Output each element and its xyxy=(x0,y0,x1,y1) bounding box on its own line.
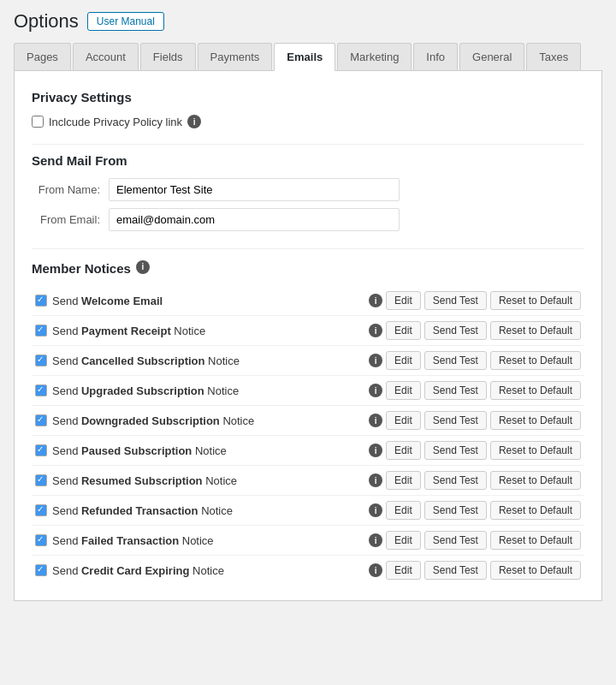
notice-checkbox-1[interactable] xyxy=(35,325,47,337)
notice-checkbox-3[interactable] xyxy=(35,384,47,396)
notice-text-4: Send Downgraded Subscription Notice xyxy=(52,414,369,427)
notice-actions-9: i Edit Send Test Reset to Default xyxy=(369,561,581,580)
notice-info-icon-5[interactable]: i xyxy=(369,444,382,457)
notice-send-test-btn-4[interactable]: Send Test xyxy=(424,411,487,430)
notice-actions-5: i Edit Send Test Reset to Default xyxy=(369,441,581,460)
from-name-input[interactable] xyxy=(109,178,400,201)
notice-edit-btn-1[interactable]: Edit xyxy=(386,321,421,340)
notice-edit-btn-0[interactable]: Edit xyxy=(386,291,421,310)
from-email-input[interactable] xyxy=(109,208,400,231)
notice-text-1: Send Payment Receipt Notice xyxy=(52,325,369,337)
notice-edit-btn-3[interactable]: Edit xyxy=(386,381,421,400)
notice-reset-btn-8[interactable]: Reset to Default xyxy=(490,531,581,550)
tab-fields[interactable]: Fields xyxy=(140,43,196,70)
user-manual-button[interactable]: User Manual xyxy=(87,12,164,31)
notice-row: Send Paused Subscription Notice i Edit S… xyxy=(32,436,584,466)
notice-checkbox-6[interactable] xyxy=(35,474,47,486)
notice-text-6: Send Resumed Subscription Notice xyxy=(52,474,369,487)
from-email-row: From Email: xyxy=(32,208,584,231)
notice-info-icon-6[interactable]: i xyxy=(369,474,382,487)
notice-reset-btn-4[interactable]: Reset to Default xyxy=(490,411,581,430)
notice-info-icon-2[interactable]: i xyxy=(369,354,382,367)
tab-emails[interactable]: Emails xyxy=(274,43,335,71)
notice-reset-btn-2[interactable]: Reset to Default xyxy=(490,351,581,370)
notice-text-0: Send Welcome Email xyxy=(52,295,369,307)
notice-row: Send Welcome Email i Edit Send Test Rese… xyxy=(32,286,584,316)
notice-row: Send Resumed Subscription Notice i Edit … xyxy=(32,466,584,496)
tab-marketing[interactable]: Marketing xyxy=(337,43,412,70)
notice-send-test-btn-3[interactable]: Send Test xyxy=(424,381,487,400)
notice-reset-btn-5[interactable]: Reset to Default xyxy=(490,441,581,460)
member-notices-title: Member Notices xyxy=(32,261,131,276)
notice-edit-btn-5[interactable]: Edit xyxy=(386,441,421,460)
privacy-policy-checkbox[interactable] xyxy=(32,116,44,128)
notice-text-5: Send Paused Subscription Notice xyxy=(52,444,369,457)
notice-info-icon-8[interactable]: i xyxy=(369,533,382,547)
privacy-policy-label: Inclcude Privacy Policy link xyxy=(49,116,182,128)
notice-send-test-btn-5[interactable]: Send Test xyxy=(424,441,487,460)
notice-send-test-btn-0[interactable]: Send Test xyxy=(424,291,487,310)
from-email-label: From Email: xyxy=(32,213,109,226)
page-wrapper: Options User Manual Pages Account Fields… xyxy=(0,0,616,611)
notice-checkbox-9[interactable] xyxy=(35,564,47,576)
notice-actions-7: i Edit Send Test Reset to Default xyxy=(369,501,581,520)
notice-checkbox-7[interactable] xyxy=(35,504,47,516)
page-header: Options User Manual xyxy=(14,10,602,33)
notice-checkbox-2[interactable] xyxy=(35,354,47,366)
notice-row: Send Downgraded Subscription Notice i Ed… xyxy=(32,406,584,436)
notice-actions-6: i Edit Send Test Reset to Default xyxy=(369,471,581,490)
notice-reset-btn-7[interactable]: Reset to Default xyxy=(490,501,581,520)
tab-pages[interactable]: Pages xyxy=(14,43,71,70)
notice-edit-btn-8[interactable]: Edit xyxy=(386,531,421,550)
notice-text-8: Send Failed Transaction Notice xyxy=(52,534,369,547)
tab-info[interactable]: Info xyxy=(413,43,458,70)
notice-text-3: Send Upgraded Subscription Notice xyxy=(52,384,369,397)
member-notices-info-icon[interactable]: i xyxy=(136,260,150,274)
notice-reset-btn-6[interactable]: Reset to Default xyxy=(490,471,581,490)
notice-edit-btn-7[interactable]: Edit xyxy=(386,501,421,520)
notice-info-icon-7[interactable]: i xyxy=(369,503,382,517)
content-area: Privacy Settings Inclcude Privacy Policy… xyxy=(14,71,602,601)
notice-actions-0: i Edit Send Test Reset to Default xyxy=(369,291,581,310)
notice-info-icon-0[interactable]: i xyxy=(369,294,382,307)
notice-edit-btn-2[interactable]: Edit xyxy=(386,351,421,370)
tab-account[interactable]: Account xyxy=(73,43,139,70)
notice-reset-btn-0[interactable]: Reset to Default xyxy=(490,291,581,310)
notice-actions-8: i Edit Send Test Reset to Default xyxy=(369,531,581,550)
notice-send-test-btn-7[interactable]: Send Test xyxy=(424,501,487,520)
notice-reset-btn-9[interactable]: Reset to Default xyxy=(490,561,581,580)
notice-info-icon-9[interactable]: i xyxy=(369,563,382,577)
notice-send-test-btn-1[interactable]: Send Test xyxy=(424,321,487,340)
tab-taxes[interactable]: Taxes xyxy=(526,43,581,70)
tab-payments[interactable]: Payments xyxy=(198,43,273,70)
notice-edit-btn-4[interactable]: Edit xyxy=(386,411,421,430)
notice-actions-1: i Edit Send Test Reset to Default xyxy=(369,321,581,340)
notice-row: Send Upgraded Subscription Notice i Edit… xyxy=(32,376,584,406)
notice-reset-btn-3[interactable]: Reset to Default xyxy=(490,381,581,400)
notice-send-test-btn-2[interactable]: Send Test xyxy=(424,351,487,370)
notice-edit-btn-9[interactable]: Edit xyxy=(386,561,421,580)
notice-checkbox-0[interactable] xyxy=(35,295,47,307)
notice-actions-4: i Edit Send Test Reset to Default xyxy=(369,411,581,430)
notice-info-icon-1[interactable]: i xyxy=(369,324,382,337)
notice-checkbox-4[interactable] xyxy=(35,414,47,426)
notice-send-test-btn-9[interactable]: Send Test xyxy=(424,561,487,580)
notice-row: Send Refunded Transaction Notice i Edit … xyxy=(32,496,584,526)
page-title: Options xyxy=(14,10,79,33)
tab-general[interactable]: General xyxy=(459,43,524,70)
notice-text-2: Send Cancelled Subscription Notice xyxy=(52,354,369,367)
notice-checkbox-8[interactable] xyxy=(35,534,47,546)
notice-checkbox-5[interactable] xyxy=(35,444,47,456)
notice-reset-btn-1[interactable]: Reset to Default xyxy=(490,321,581,340)
privacy-settings-title: Privacy Settings xyxy=(32,90,584,104)
privacy-info-icon[interactable]: i xyxy=(187,115,201,128)
notice-row: Send Cancelled Subscription Notice i Edi… xyxy=(32,346,584,376)
notice-send-test-btn-8[interactable]: Send Test xyxy=(424,531,487,550)
member-notices-section: Member Notices i Send Welcome Email i Ed… xyxy=(32,258,584,585)
notice-info-icon-4[interactable]: i xyxy=(369,414,382,427)
notice-edit-btn-6[interactable]: Edit xyxy=(386,471,421,490)
from-name-label: From Name: xyxy=(32,183,109,196)
notice-send-test-btn-6[interactable]: Send Test xyxy=(424,471,487,490)
divider-1 xyxy=(32,144,584,145)
notice-info-icon-3[interactable]: i xyxy=(369,384,382,397)
